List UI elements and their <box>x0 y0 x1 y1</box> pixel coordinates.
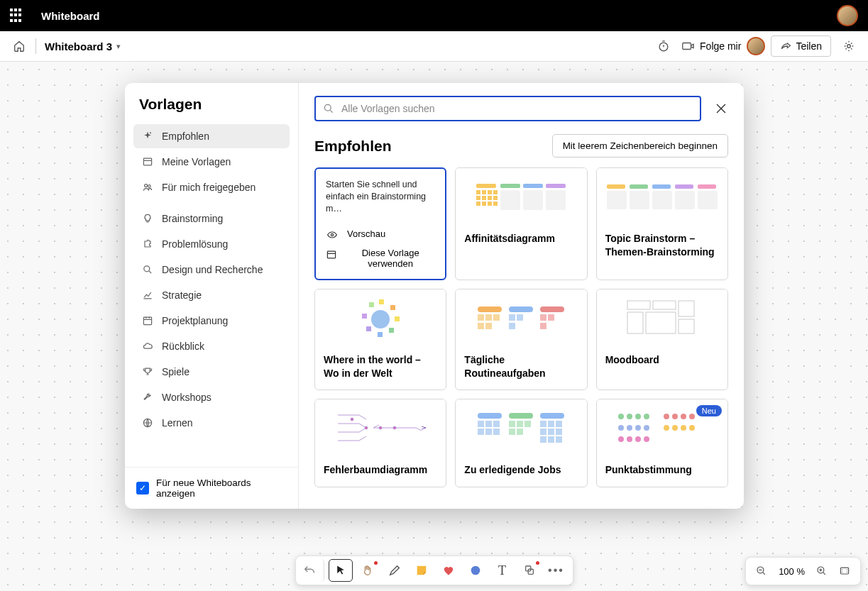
category-shared[interactable]: Für mich freigegeben <box>133 175 290 199</box>
category-cloud[interactable]: Rückblick <box>133 334 290 358</box>
templates-dialog: Vorlagen EmpfohlenMeine VorlagenFür mich… <box>125 83 744 509</box>
svg-point-45 <box>672 425 678 431</box>
template-label: Moodboard <box>597 346 727 377</box>
svg-point-47 <box>689 425 695 431</box>
svg-rect-15 <box>369 302 374 307</box>
template-label: Punktabstimmung <box>597 456 727 487</box>
svg-rect-16 <box>390 305 395 310</box>
user-avatar[interactable] <box>837 5 858 26</box>
share-button[interactable]: Teilen <box>771 35 831 57</box>
svg-rect-19 <box>366 326 371 331</box>
show-for-new-label: Für neue Whiteboards anzeigen <box>156 477 287 499</box>
board-name[interactable]: Whiteboard 3 <box>45 40 112 53</box>
chevron-down-icon[interactable]: ▾ <box>116 42 121 51</box>
category-globe[interactable]: Lernen <box>133 411 290 435</box>
svg-point-11 <box>331 233 333 236</box>
follow-avatar <box>747 37 765 55</box>
pen-tool[interactable] <box>383 559 407 582</box>
more-tools[interactable]: ••• <box>544 559 568 582</box>
use-template-button[interactable]: Diese Vorlage verwenden <box>326 248 435 269</box>
svg-point-7 <box>144 266 150 272</box>
zoom-toolbar: 100 % <box>745 557 861 585</box>
svg-point-29 <box>365 426 368 429</box>
app-launcher-icon[interactable] <box>10 9 24 23</box>
timer-icon[interactable] <box>652 34 676 58</box>
stamp-tool[interactable] <box>517 559 542 582</box>
search-icon <box>323 103 334 114</box>
category-bulb[interactable]: Brainstorming <box>133 206 290 231</box>
svg-point-52 <box>471 566 480 575</box>
category-sparkle[interactable]: Empfohlen <box>133 124 290 148</box>
svg-rect-22 <box>627 301 650 309</box>
svg-rect-20 <box>389 328 394 333</box>
svg-rect-24 <box>679 301 694 316</box>
show-for-new-toggle[interactable]: ✓ Für neue Whiteboards anzeigen <box>125 467 298 509</box>
category-search[interactable]: Design und Recherche <box>133 258 290 282</box>
svg-point-50 <box>635 436 641 442</box>
cloud-icon <box>142 341 153 352</box>
zoom-out-button[interactable] <box>750 560 773 582</box>
svg-point-42 <box>635 425 641 431</box>
svg-rect-26 <box>646 312 676 333</box>
svg-point-34 <box>635 414 641 419</box>
templates-sidebar: Vorlagen EmpfohlenMeine VorlagenFür mich… <box>125 83 299 509</box>
start-blank-button[interactable]: Mit leerem Zeichenbereich beginnen <box>552 134 728 158</box>
svg-rect-58 <box>840 568 848 574</box>
svg-rect-27 <box>679 319 694 333</box>
template-card-selected[interactable]: Starten Sie schnell und einfach ein Brai… <box>314 167 446 280</box>
templates-main: Empfohlen Mit leerem Zeichenbereich begi… <box>299 83 744 509</box>
template-card[interactable]: Neu Punktabstimmung <box>596 399 728 487</box>
template-card[interactable]: Zu erledigende Jobs <box>455 399 587 487</box>
svg-point-5 <box>145 184 148 187</box>
zoom-level[interactable]: 100 % <box>773 566 811 577</box>
svg-rect-14 <box>379 299 384 304</box>
text-tool[interactable]: T <box>490 559 515 582</box>
close-icon[interactable] <box>714 101 728 116</box>
trophy-icon <box>142 366 153 377</box>
fit-screen-button[interactable] <box>833 560 856 582</box>
zoom-in-button[interactable] <box>811 560 833 582</box>
template-card[interactable]: Affinitätsdiagramm <box>455 167 587 280</box>
svg-point-13 <box>371 310 390 328</box>
template-card[interactable]: Where in the world – Wo in der Welt <box>314 289 446 391</box>
svg-rect-4 <box>143 158 151 165</box>
template-thumb <box>456 289 586 346</box>
globe-icon <box>142 417 153 429</box>
reaction-tool[interactable] <box>436 559 461 582</box>
top-bar: Whiteboard <box>0 0 868 31</box>
category-trophy[interactable]: Spiele <box>133 360 290 384</box>
follow-me-button[interactable]: Folge mir <box>681 37 765 55</box>
template-thumb <box>597 289 727 346</box>
undo-button[interactable] <box>300 559 324 582</box>
settings-icon[interactable] <box>837 34 861 58</box>
template-label: Topic Brainstorm – Themen-Brainstorming <box>597 225 727 269</box>
template-card[interactable]: Topic Brainstorm – Themen-Brainstorming <box>596 167 728 280</box>
category-calendar[interactable]: Projektplanung <box>133 309 290 333</box>
template-card[interactable]: Moodboard <box>596 289 728 391</box>
sub-header: Whiteboard 3 ▾ Folge mir Teilen <box>0 31 868 62</box>
home-icon[interactable] <box>7 34 31 58</box>
search-box[interactable] <box>314 96 701 121</box>
preview-button[interactable]: Vorschau <box>326 228 435 241</box>
svg-point-6 <box>148 185 151 188</box>
shape-tool[interactable] <box>463 559 488 582</box>
template-card[interactable]: Tägliche Routineaufgaben <box>455 289 587 391</box>
svg-point-40 <box>618 425 624 431</box>
template-thumb <box>315 399 446 456</box>
template-card[interactable]: Fehlerbaumdiagramm <box>314 399 446 487</box>
search-input[interactable] <box>341 103 693 114</box>
category-wrench[interactable]: Workshops <box>133 385 290 409</box>
svg-rect-18 <box>395 316 400 321</box>
sticky-note-tool[interactable] <box>410 559 434 582</box>
hand-tool[interactable] <box>356 559 380 582</box>
checkbox-checked-icon[interactable]: ✓ <box>136 482 149 495</box>
template-icon <box>326 249 337 260</box>
category-chart[interactable]: Strategie <box>133 283 290 307</box>
svg-point-39 <box>689 414 695 419</box>
svg-point-44 <box>664 425 669 431</box>
calendar-icon <box>142 315 153 326</box>
category-puzzle[interactable]: Problemlösung <box>133 232 290 256</box>
pointer-tool[interactable] <box>329 559 353 582</box>
wrench-icon <box>142 392 153 403</box>
category-templates[interactable]: Meine Vorlagen <box>133 150 290 174</box>
